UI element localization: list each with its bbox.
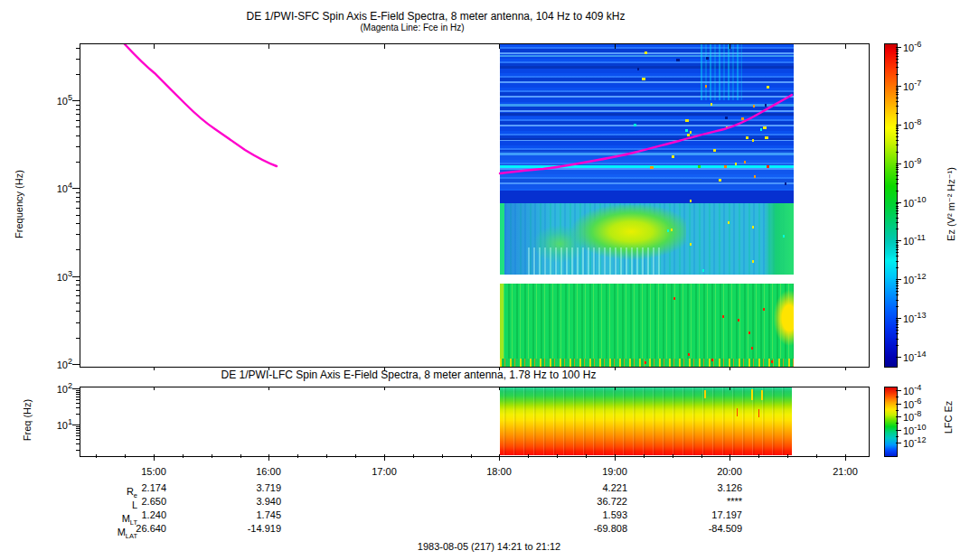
colorbar-minor-tick: [896, 183, 899, 184]
x-minor-tick: [183, 454, 184, 458]
colorbar-minor-tick: [896, 106, 899, 107]
x-inside-tick: [730, 44, 730, 49]
y-tick-label: 101: [42, 417, 72, 431]
colorbar-minor-tick: [896, 242, 899, 243]
x-tick-label: 20:00: [702, 466, 757, 477]
colorbar-minor-tick: [896, 169, 899, 170]
colorbar-minor-tick: [896, 252, 899, 253]
y-minor-tick: [76, 114, 80, 115]
x-minor-tick: [701, 454, 702, 458]
y-minor-tick: [76, 394, 80, 395]
y-minor-tick: [76, 215, 80, 216]
colorbar-minor-tick: [896, 113, 899, 114]
y-minor-tick: [76, 303, 80, 303]
colorbar-major-tick: [896, 240, 901, 241]
x-major-tick: [499, 454, 500, 461]
y-minor-tick: [76, 399, 80, 400]
x-minor-tick: [442, 454, 443, 458]
x-minor-tick: [557, 454, 558, 458]
colorbar-tick-label: 10-6: [903, 40, 943, 53]
x-minor-tick: [96, 454, 97, 458]
ephemeris-value: 3.126: [661, 482, 742, 493]
colorbar-minor-tick: [896, 128, 899, 129]
y-minor-tick: [76, 430, 80, 431]
ephemeris-value: 17.197: [661, 509, 742, 520]
colorbar-major-tick: [896, 86, 901, 87]
y-minor-tick: [76, 120, 80, 121]
x-tick-label: 16:00: [241, 466, 296, 477]
colorbar-minor-tick: [896, 191, 899, 191]
x-outside-tick: [499, 367, 500, 370]
y-minor-tick: [76, 135, 80, 136]
y-tick-label: 102: [42, 357, 72, 370]
y-minor-tick: [76, 433, 80, 434]
colorbar-minor-tick: [896, 203, 899, 204]
colorbar-minor-tick: [896, 62, 899, 63]
y-minor-tick: [76, 197, 80, 198]
x-tick-label: 15:00: [127, 466, 181, 477]
y-minor-tick: [76, 450, 80, 451]
x-minor-tick: [240, 454, 241, 458]
y-major-tick: [72, 425, 80, 425]
x-minor-tick: [125, 454, 126, 458]
colorbar-minor-tick: [896, 210, 899, 211]
x-minor-tick: [673, 454, 673, 458]
colorbar-minor-tick: [896, 140, 899, 141]
y-minor-tick: [76, 126, 80, 127]
y-major-tick: [72, 276, 80, 277]
colorbar-minor-tick: [896, 51, 899, 51]
x-minor-tick: [758, 454, 759, 458]
x-inside-tick: [499, 44, 500, 49]
colorbar-minor-tick: [896, 291, 899, 292]
y-major-tick: [72, 364, 80, 365]
colorbar-minor-tick: [896, 88, 899, 89]
x-outside-tick: [268, 367, 269, 370]
colorbar-minor-tick: [896, 56, 899, 57]
colorbar-major-tick: [896, 279, 901, 280]
colorbar-minor-tick: [896, 261, 899, 262]
colorbar-minor-tick: [896, 175, 899, 176]
colorbar-minor-tick: [896, 339, 899, 340]
y-minor-tick: [76, 208, 80, 209]
colorbar-minor-tick: [896, 300, 899, 301]
x-inside-tick: [154, 387, 155, 390]
y-minor-tick: [76, 414, 80, 415]
colorbar-minor-tick: [896, 245, 899, 246]
colorbar-tick-label: 10-12: [903, 272, 943, 285]
x-minor-tick: [816, 454, 817, 458]
x-minor-tick: [787, 454, 788, 458]
x-tick-label: 21:00: [818, 466, 872, 477]
y-minor-tick: [76, 105, 80, 106]
y-minor-tick: [76, 338, 80, 339]
colorbar-minor-tick: [896, 436, 899, 437]
y-minor-tick: [76, 192, 80, 193]
y-major-tick: [72, 188, 80, 189]
y-minor-tick: [76, 439, 80, 440]
colorbar-minor-tick: [896, 256, 899, 257]
colorbar-minor-tick: [896, 322, 899, 322]
colorbar-minor-tick: [896, 172, 899, 173]
colorbar-major-tick: [896, 163, 901, 164]
y-minor-tick: [76, 392, 80, 393]
colorbar-minor-tick: [896, 101, 899, 102]
y-minor-tick: [76, 397, 80, 397]
ephemeris-value: 36.722: [546, 496, 627, 507]
x-minor-tick: [326, 454, 327, 458]
x-tick-label: 17:00: [357, 466, 411, 477]
y-tick-label: 103: [42, 269, 72, 283]
colorbar-minor-tick: [896, 397, 899, 397]
colorbar-minor-tick: [896, 67, 899, 68]
colorbar-minor-tick: [896, 283, 899, 284]
y-minor-tick: [76, 322, 80, 323]
ephemeris-value: ****: [661, 496, 742, 507]
colorbar-minor-tick: [896, 222, 899, 223]
y-minor-tick: [76, 403, 80, 404]
colorbar-minor-tick: [896, 165, 899, 166]
colorbar-tick-label: 10-6: [903, 397, 943, 410]
y-minor-tick: [76, 435, 80, 436]
colorbar-minor-tick: [896, 294, 899, 295]
colorbar-tick-label: 10-7: [903, 79, 943, 92]
colorbar-minor-tick: [896, 213, 899, 214]
colorbar-minor-tick: [896, 320, 899, 321]
colorbar-minor-tick: [896, 206, 899, 207]
